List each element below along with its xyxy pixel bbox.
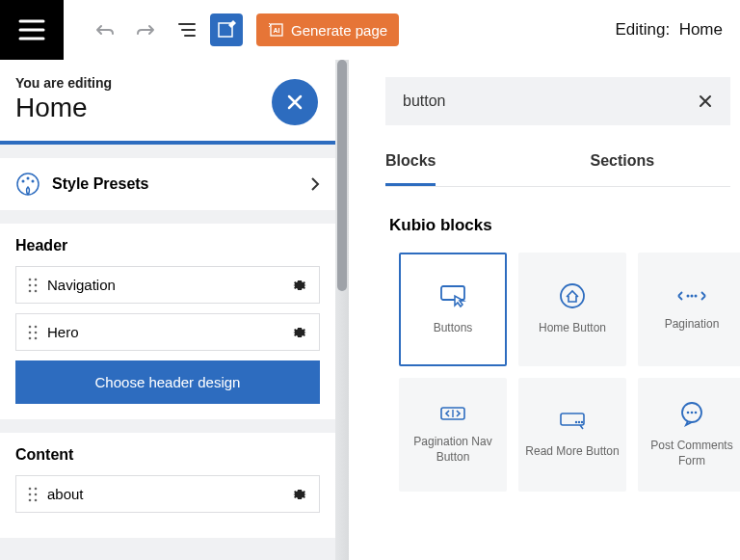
svg-point-27: [687, 295, 690, 298]
hamburger-icon: [18, 19, 45, 40]
svg-point-5: [27, 177, 30, 180]
pencil-box-icon: [217, 20, 236, 40]
svg-point-8: [35, 278, 38, 280]
drag-handle-icon[interactable]: [28, 325, 38, 340]
search-value: button: [403, 93, 698, 110]
svg-point-9: [29, 283, 32, 286]
header-item-hero[interactable]: Hero: [15, 313, 320, 351]
content-item-about[interactable]: about: [15, 475, 320, 513]
block-label: Pagination: [659, 317, 726, 333]
block-home-button[interactable]: Home Button: [518, 253, 626, 366]
svg-point-35: [581, 421, 583, 423]
svg-point-12: [35, 289, 38, 292]
editing-page-name: Home: [679, 20, 723, 39]
svg-point-13: [29, 325, 32, 328]
content-panel: Content about: [0, 433, 335, 538]
svg-rect-32: [561, 413, 584, 425]
editing-header: You are editing Home: [0, 60, 335, 145]
svg-point-26: [561, 284, 584, 307]
svg-point-39: [695, 412, 698, 414]
header-panel: Header Navigation Hero Choose header des…: [0, 224, 335, 419]
topbar: AI Generate page Editing: Home: [0, 0, 740, 60]
edit-mode-button[interactable]: [210, 13, 243, 46]
block-pagination-nav-button[interactable]: Pagination Nav Button: [399, 378, 507, 492]
blocks-grid: Buttons Home Button Pagination Paginatio…: [399, 253, 730, 492]
read-more-icon: [557, 410, 588, 433]
svg-point-15: [29, 331, 32, 333]
block-label: Read More Button: [519, 444, 624, 460]
drag-handle-icon[interactable]: [28, 278, 38, 293]
item-label: Navigation: [47, 277, 282, 293]
svg-point-4: [22, 180, 25, 183]
dots-icon: [674, 286, 709, 306]
svg-point-38: [691, 412, 694, 414]
svg-point-16: [35, 331, 38, 333]
block-label: Buttons: [428, 321, 479, 336]
block-post-comments-form[interactable]: Post Comments Form: [638, 378, 740, 492]
item-label: Hero: [47, 324, 282, 340]
block-pagination[interactable]: Pagination: [638, 253, 740, 366]
svg-point-10: [35, 283, 38, 286]
editing-indicator: Editing: Home: [615, 20, 723, 40]
redo-button[interactable]: [129, 13, 162, 46]
generate-page-button[interactable]: AI Generate page: [256, 13, 399, 46]
generate-page-label: Generate page: [291, 22, 387, 39]
svg-point-28: [691, 295, 694, 298]
svg-rect-25: [441, 286, 464, 300]
palette-icon: [15, 172, 40, 197]
block-label: Home Button: [533, 321, 612, 336]
undo-button[interactable]: [89, 13, 121, 46]
right-panel: button Blocks Sections Kubio blocks Butt…: [349, 60, 740, 560]
svg-point-7: [29, 278, 32, 280]
block-read-more-button[interactable]: Read More Button: [518, 378, 626, 492]
list-icon: [175, 21, 197, 39]
block-search-input[interactable]: button: [385, 77, 730, 125]
gear-icon[interactable]: [292, 278, 307, 293]
style-presets-label: Style Presets: [52, 175, 299, 193]
editing-prefix: Editing:: [615, 20, 670, 39]
item-label: about: [47, 486, 282, 502]
gear-icon[interactable]: [292, 325, 307, 340]
tab-sections[interactable]: Sections: [590, 152, 654, 186]
block-label: Post Comments Form: [638, 439, 740, 468]
top-actions: AI Generate page: [89, 13, 399, 46]
svg-point-33: [575, 421, 577, 423]
scrollbar[interactable]: [335, 60, 349, 560]
content-panel-title: Content: [15, 446, 320, 464]
svg-point-21: [29, 493, 32, 495]
ai-generate-icon: AI: [268, 21, 285, 39]
svg-point-37: [687, 412, 690, 414]
svg-point-29: [695, 295, 698, 298]
block-label: Pagination Nav Button: [399, 435, 507, 465]
block-tabs: Blocks Sections: [385, 152, 730, 187]
home-icon: [559, 282, 586, 309]
editing-header-label: You are editing: [15, 75, 320, 91]
redo-icon: [135, 21, 156, 39]
tab-blocks[interactable]: Blocks: [385, 152, 436, 186]
hamburger-menu-button[interactable]: [0, 0, 64, 60]
svg-point-18: [35, 336, 38, 339]
gear-icon[interactable]: [292, 487, 307, 502]
choose-header-design-button[interactable]: Choose header design: [15, 360, 320, 404]
blocks-group-heading: Kubio blocks: [389, 216, 730, 235]
close-editor-button[interactable]: [272, 79, 318, 125]
svg-point-22: [35, 493, 38, 495]
list-view-button[interactable]: [170, 13, 202, 46]
svg-point-20: [35, 487, 38, 490]
svg-point-19: [29, 487, 32, 490]
svg-point-14: [35, 325, 38, 328]
svg-point-24: [35, 498, 38, 501]
block-buttons[interactable]: Buttons: [399, 253, 507, 366]
style-presets-row[interactable]: Style Presets: [0, 158, 335, 210]
cursor-box-icon: [437, 282, 468, 309]
scrollbar-thumb[interactable]: [337, 60, 347, 291]
chevron-right-icon: [310, 176, 320, 192]
svg-point-6: [32, 180, 35, 183]
header-item-navigation[interactable]: Navigation: [15, 266, 320, 304]
nav-arrows-icon: [437, 404, 468, 423]
svg-point-11: [29, 289, 32, 292]
close-icon: [285, 93, 304, 112]
drag-handle-icon[interactable]: [28, 487, 38, 502]
svg-point-17: [29, 336, 32, 339]
clear-search-icon[interactable]: [698, 93, 713, 109]
